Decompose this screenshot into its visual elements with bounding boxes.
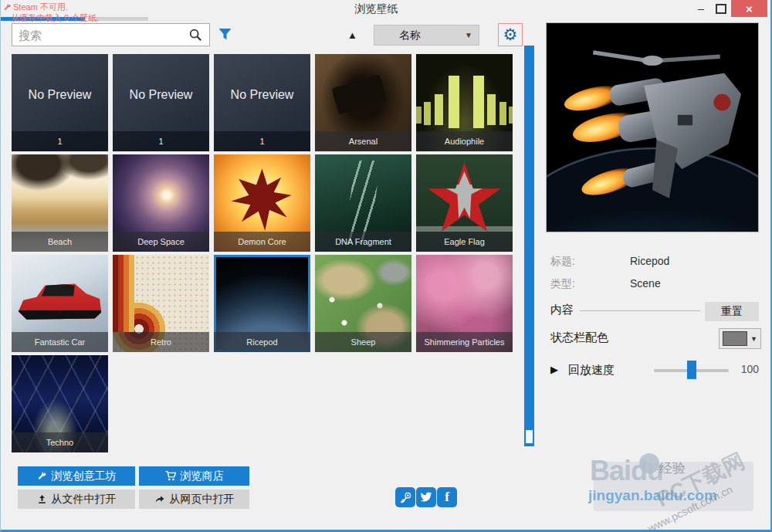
- minimize-button[interactable]: –: [692, 0, 709, 17]
- wallpaper-tile-beach[interactable]: Beach: [12, 154, 108, 252]
- wallpaper-thumbnail: [19, 280, 102, 325]
- wallpaper-tile-shimmering-particles[interactable]: Shimmering Particles: [416, 255, 513, 352]
- chevron-down-icon: ▼: [747, 335, 760, 343]
- color-swatch: [723, 331, 747, 346]
- wallpaper-tile-label: Ricepod: [214, 332, 310, 352]
- facebook-icon[interactable]: f: [437, 487, 457, 507]
- wallpaper-tile-label: Arsenal: [315, 131, 411, 151]
- no-preview-text: No Preview: [214, 88, 310, 102]
- statusbar-color-picker[interactable]: ▼: [719, 328, 761, 349]
- statusbar-color-label: 状态栏配色: [550, 330, 608, 345]
- reset-button[interactable]: 重置: [705, 302, 759, 321]
- wallpaper-tile-label: 1: [113, 131, 209, 151]
- facebook-glyph: f: [445, 490, 449, 505]
- open-from-file-label: 从文件中打开: [52, 493, 117, 507]
- playback-speed-value: 100: [733, 363, 759, 375]
- filter-icon[interactable]: [218, 27, 232, 42]
- steam-status: Steam 不可用.: [3, 2, 68, 13]
- no-preview-text: No Preview: [12, 88, 108, 102]
- settings-button[interactable]: ⚙: [498, 23, 523, 46]
- preview-image: [546, 22, 759, 232]
- type-value: Scene: [630, 277, 661, 290]
- wallpaper-tile-ricepod[interactable]: Ricepod: [214, 255, 310, 352]
- content-label: 内容: [550, 303, 574, 317]
- sort-dropdown-value: 名称: [374, 29, 465, 42]
- wallpaper-thumbnail: [331, 75, 387, 115]
- window-title: 浏览壁纸: [1, 2, 770, 16]
- steam-glyph: [399, 491, 412, 504]
- wallpaper-tile-label: Shimmering Particles: [416, 332, 513, 352]
- type-label: 类型:: [550, 277, 575, 291]
- watermark-brand-suffix: 经验: [659, 459, 686, 477]
- title-bar: 浏览壁纸 – ×: [1, 0, 770, 17]
- open-from-url-button[interactable]: 从网页中打开: [139, 490, 249, 509]
- steam-icon[interactable]: [395, 487, 415, 507]
- wallpaper-tile-demon-core[interactable]: Demon Core: [214, 154, 310, 252]
- wallpaper-tile-label: 1: [214, 131, 310, 151]
- wallpaper-tile-label: Eagle Flag: [416, 232, 513, 252]
- watermark-site: jingyan.baidu.com: [588, 487, 717, 504]
- wallpaper-tile-label: Fantastic Car: [12, 332, 108, 352]
- wallpaper-tile-arsenal[interactable]: Arsenal: [315, 54, 411, 151]
- wallpaper-tile-retro[interactable]: Retro: [113, 255, 209, 352]
- playback-slider-handle[interactable]: [687, 361, 696, 379]
- sort-direction-button[interactable]: ▲: [347, 29, 357, 41]
- browse-store-button[interactable]: 浏览商店: [139, 466, 249, 486]
- wallpaper-grid: No Preview1No Preview1No Preview1Arsenal…: [12, 54, 521, 456]
- browse-workshop-button[interactable]: 浏览创意工坊: [18, 466, 135, 486]
- twitter-glyph: [420, 492, 432, 503]
- wrench-icon: [3, 3, 12, 12]
- wallpaper-tile-label: Audiophile: [416, 131, 513, 151]
- twitter-icon[interactable]: [416, 487, 436, 507]
- spaceship-preview-art: [547, 23, 758, 232]
- browse-store-label: 浏览商店: [181, 469, 224, 483]
- wallpaper-tile-deep-space[interactable]: Deep Space: [113, 154, 209, 252]
- maximize-icon: [716, 4, 726, 14]
- steam-status-text: Steam 不可用.: [13, 2, 68, 12]
- watermark-brand: Baidu: [590, 455, 663, 487]
- wallpaper-tile-dna-fragment[interactable]: DNA Fragment: [315, 154, 411, 252]
- open-from-url-label: 从网页中打开: [170, 493, 235, 507]
- wrench-icon: [37, 471, 47, 481]
- sort-dropdown[interactable]: 名称 ▼: [374, 25, 479, 46]
- baidu-watermark: Baidu 经验 jingyan.baidu.com PC下载网 www.pcs…: [584, 452, 772, 529]
- wallpaper-tile-fantastic-car[interactable]: Fantastic Car: [12, 255, 108, 352]
- upload-icon: [37, 494, 47, 504]
- cart-icon: [165, 471, 176, 481]
- open-from-file-button[interactable]: 从文件中打开: [18, 490, 135, 509]
- grid-scrollbar[interactable]: [524, 46, 534, 446]
- wallpaper-tile-label: DNA Fragment: [315, 232, 411, 252]
- share-arrow-icon: [154, 494, 165, 504]
- chevron-down-icon: ▼: [465, 31, 479, 39]
- paw-icon: [639, 453, 659, 473]
- wallpaper-tile-1[interactable]: No Preview1: [113, 54, 209, 151]
- watermark-plate: [594, 462, 753, 511]
- playback-expand-icon[interactable]: ▶: [550, 364, 558, 375]
- gear-icon: ⚙: [503, 25, 518, 44]
- wallpaper-tile-label: Deep Space: [113, 232, 209, 252]
- watermark-diagonal: PC下载网: [652, 446, 750, 514]
- wallpaper-thumbnail: [225, 164, 299, 239]
- wallpaper-tile-label: Demon Core: [214, 232, 310, 252]
- wallpaper-tile-eagle-flag[interactable]: Eagle Flag: [416, 154, 513, 252]
- wallpaper-tile-label: Techno: [12, 432, 108, 452]
- wallpaper-tile-sheep[interactable]: Sheep: [315, 255, 411, 352]
- scrollbar-track-remainder: [525, 429, 533, 444]
- title-value: Ricepod: [630, 255, 669, 267]
- no-preview-text: No Preview: [113, 88, 209, 102]
- search-input[interactable]: [12, 23, 210, 46]
- wallpaper-tile-label: Beach: [12, 232, 108, 252]
- watermark-diagonal-url: www.pcsoft.com.cn: [646, 483, 735, 532]
- wallpaper-tile-techno[interactable]: Techno: [12, 355, 108, 452]
- wallpaper-tile-label: Sheep: [315, 332, 411, 352]
- wallpaper-tile-label: Retro: [113, 332, 209, 352]
- browse-wallpapers-window: 浏览壁纸 – × Steam 不可用. 从缓存中载入 0 个壁纸. ▲ 名称 ▼…: [0, 0, 772, 532]
- wallpaper-tile-audiophile[interactable]: Audiophile: [416, 54, 513, 151]
- title-label: 标题:: [550, 255, 575, 269]
- close-button[interactable]: ×: [731, 0, 767, 17]
- wallpaper-thumbnail: [425, 158, 504, 238]
- search-icon: [188, 28, 202, 42]
- wallpaper-tile-1[interactable]: No Preview1: [12, 54, 108, 151]
- wallpaper-tile-1[interactable]: No Preview1: [214, 54, 310, 151]
- maximize-button[interactable]: [712, 0, 730, 17]
